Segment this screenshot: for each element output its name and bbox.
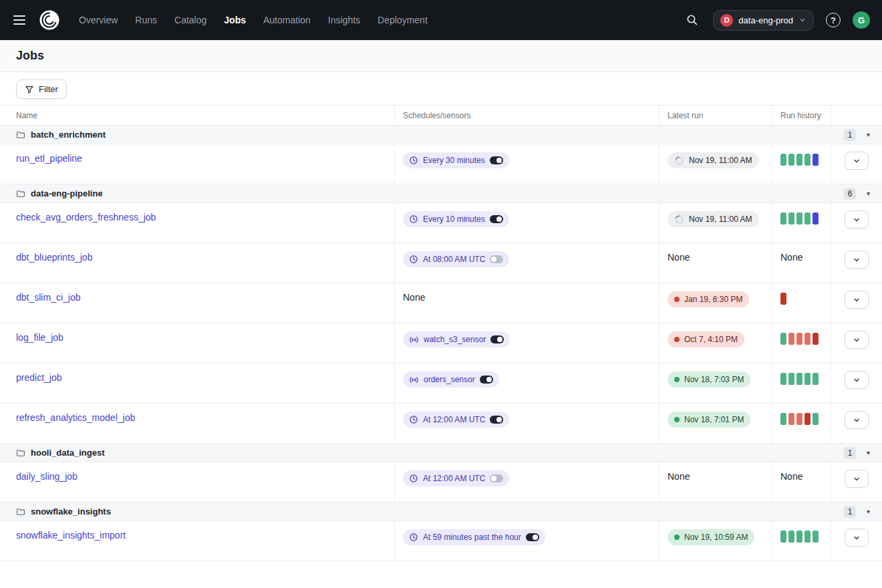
- sensor-pill[interactable]: orders_sensor: [403, 372, 499, 388]
- run-history-bar[interactable]: [780, 413, 786, 425]
- expand-row-button[interactable]: [845, 529, 869, 547]
- run-history-bar[interactable]: [780, 373, 786, 385]
- schedule-pill[interactable]: At 08:00 AM UTC: [403, 251, 509, 267]
- expand-row-button[interactable]: [845, 411, 869, 429]
- run-history-bars[interactable]: [780, 293, 786, 305]
- expand-row-button[interactable]: [845, 251, 869, 269]
- nav-item-insights[interactable]: Insights: [328, 15, 360, 25]
- run-history-bar[interactable]: [788, 373, 794, 385]
- sensor-pill[interactable]: watch_s3_sensor: [403, 331, 510, 347]
- run-history-bar[interactable]: [796, 212, 802, 225]
- run-history-bar[interactable]: [780, 531, 786, 543]
- job-name-link[interactable]: check_avg_orders_freshness_job: [16, 212, 156, 223]
- run-history-bars[interactable]: [780, 531, 819, 543]
- nav-item-catalog[interactable]: Catalog: [174, 15, 206, 25]
- schedule-pill[interactable]: Every 30 minutes: [403, 152, 509, 168]
- latest-run-badge[interactable]: Nov 19, 11:00 AM: [668, 211, 759, 227]
- latest-run-badge[interactable]: Jan 19, 6:30 PM: [668, 291, 749, 307]
- caret-down-icon[interactable]: ▾: [867, 449, 870, 456]
- run-history-bar[interactable]: [813, 333, 819, 345]
- run-history-bar[interactable]: [796, 154, 802, 166]
- run-history-bars[interactable]: [780, 154, 819, 166]
- schedule-toggle[interactable]: [490, 474, 503, 482]
- nav-item-deployment[interactable]: Deployment: [378, 15, 428, 25]
- run-history-bar[interactable]: [796, 373, 802, 385]
- run-history-bars[interactable]: [780, 373, 819, 385]
- run-history-bar[interactable]: [780, 154, 786, 166]
- job-group-row[interactable]: data-eng-pipeline6▾: [0, 184, 882, 203]
- run-history-bars[interactable]: [780, 212, 819, 225]
- job-group-row[interactable]: hooli_data_ingest1▾: [0, 444, 882, 462]
- run-history-bar[interactable]: [788, 212, 794, 225]
- job-name-link[interactable]: snowflake_insights_import: [16, 530, 126, 541]
- run-history-bar[interactable]: [780, 333, 786, 345]
- caret-down-icon[interactable]: ▾: [867, 508, 870, 515]
- schedule-pill[interactable]: At 12:00 AM UTC: [403, 470, 509, 486]
- run-history-bar[interactable]: [804, 154, 811, 166]
- run-history-bar[interactable]: [788, 413, 794, 425]
- schedule-pill[interactable]: At 59 minutes past the hour: [403, 529, 545, 545]
- run-history-bar[interactable]: [813, 212, 819, 225]
- latest-run-badge[interactable]: Nov 19, 10:59 AM: [668, 529, 754, 545]
- help-icon[interactable]: ?: [826, 13, 841, 27]
- user-avatar[interactable]: G: [853, 11, 870, 29]
- run-history-bar[interactable]: [788, 531, 794, 543]
- run-history-bar[interactable]: [804, 212, 811, 225]
- nav-item-automation[interactable]: Automation: [263, 15, 311, 25]
- schedule-toggle[interactable]: [490, 416, 503, 424]
- run-history-bar[interactable]: [813, 373, 819, 385]
- run-history-bar[interactable]: [804, 333, 811, 345]
- job-name-link[interactable]: daily_sling_job: [16, 471, 78, 482]
- expand-row-button[interactable]: [845, 331, 869, 349]
- search-icon[interactable]: [684, 11, 701, 29]
- run-history-bar[interactable]: [796, 333, 802, 345]
- expand-row-button[interactable]: [845, 210, 869, 229]
- run-history-bar[interactable]: [788, 333, 794, 345]
- caret-down-icon[interactable]: ▾: [867, 190, 870, 197]
- job-name-link[interactable]: dbt_slim_ci_job: [16, 292, 81, 303]
- run-history-bar[interactable]: [804, 373, 811, 385]
- nav-item-runs[interactable]: Runs: [135, 15, 157, 25]
- schedule-pill[interactable]: At 12:00 AM UTC: [403, 412, 509, 428]
- run-history-bar[interactable]: [804, 531, 811, 543]
- expand-row-button[interactable]: [845, 291, 869, 309]
- hamburger-menu-icon[interactable]: [9, 11, 29, 29]
- job-name-link[interactable]: log_file_job: [16, 332, 63, 343]
- job-group-row[interactable]: snowflake_insights1▾: [0, 502, 882, 521]
- schedule-toggle[interactable]: [490, 255, 503, 263]
- expand-row-button[interactable]: [845, 371, 869, 389]
- run-history-bar[interactable]: [780, 293, 786, 305]
- run-history-bar[interactable]: [796, 413, 802, 425]
- schedule-pill[interactable]: Every 10 minutes: [403, 211, 509, 227]
- filter-button[interactable]: Filter: [16, 80, 67, 99]
- latest-run-badge[interactable]: Nov 19, 11:00 AM: [668, 152, 759, 168]
- run-history-bar[interactable]: [804, 413, 811, 425]
- schedule-toggle[interactable]: [480, 376, 493, 384]
- job-name-link[interactable]: predict_job: [16, 372, 62, 383]
- expand-row-button[interactable]: [845, 470, 869, 488]
- run-history-bar[interactable]: [780, 212, 786, 225]
- schedule-toggle[interactable]: [526, 533, 539, 541]
- latest-run-badge[interactable]: Oct 7, 4:10 PM: [668, 331, 744, 347]
- job-group-row[interactable]: batch_enrichment1▾: [0, 126, 882, 144]
- run-history-bars[interactable]: [780, 413, 819, 425]
- schedule-toggle[interactable]: [490, 215, 503, 223]
- run-history-bars[interactable]: [780, 333, 819, 345]
- expand-row-button[interactable]: [845, 152, 869, 170]
- nav-item-overview[interactable]: Overview: [79, 15, 118, 25]
- run-history-bar[interactable]: [813, 413, 819, 425]
- caret-down-icon[interactable]: ▾: [867, 131, 870, 138]
- deployment-switcher[interactable]: D data-eng-prod: [713, 10, 814, 31]
- run-history-bar[interactable]: [813, 154, 819, 166]
- nav-item-jobs[interactable]: Jobs: [224, 15, 246, 25]
- run-history-bar[interactable]: [796, 531, 802, 543]
- job-name-link[interactable]: dbt_blueprints_job: [16, 252, 92, 263]
- latest-run-badge[interactable]: Nov 18, 7:01 PM: [668, 412, 750, 428]
- dagster-logo[interactable]: [37, 8, 61, 32]
- job-name-link[interactable]: run_etl_pipeline: [16, 153, 82, 164]
- run-history-bar[interactable]: [813, 531, 819, 543]
- schedule-toggle[interactable]: [490, 156, 503, 164]
- job-name-link[interactable]: refresh_analytics_model_job: [16, 412, 135, 423]
- latest-run-badge[interactable]: Nov 18, 7:03 PM: [668, 372, 750, 388]
- run-history-bar[interactable]: [788, 154, 794, 166]
